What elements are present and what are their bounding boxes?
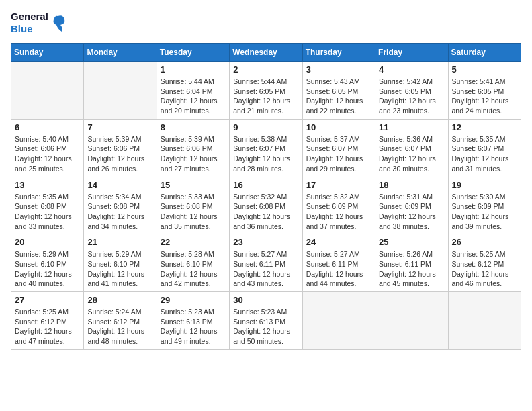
day-number: 20 (15, 237, 80, 247)
day-info: Sunrise: 5:32 AMSunset: 6:09 PMDaylight:… (306, 192, 371, 232)
day-info: Sunrise: 5:29 AMSunset: 6:10 PMDaylight:… (15, 249, 80, 289)
day-info: Sunrise: 5:41 AMSunset: 6:05 PMDaylight:… (452, 77, 517, 116)
weekday-header-cell: Friday (375, 44, 448, 62)
day-number: 12 (452, 122, 517, 132)
day-info: Sunrise: 5:38 AMSunset: 6:07 PMDaylight:… (233, 134, 298, 174)
day-number: 18 (379, 180, 444, 190)
day-number: 1 (161, 64, 226, 75)
day-number: 28 (87, 295, 152, 305)
day-info: Sunrise: 5:25 AMSunset: 6:12 PMDaylight:… (15, 307, 80, 347)
calendar-cell: 10Sunrise: 5:37 AMSunset: 6:07 PMDayligh… (302, 119, 375, 177)
calendar-cell: 22Sunrise: 5:28 AMSunset: 6:10 PMDayligh… (157, 234, 229, 292)
day-info: Sunrise: 5:37 AMSunset: 6:07 PMDaylight:… (306, 134, 371, 174)
day-number: 30 (233, 295, 298, 305)
day-info: Sunrise: 5:23 AMSunset: 6:13 PMDaylight:… (233, 307, 298, 347)
logo-bird-icon (51, 13, 66, 33)
day-number: 16 (233, 180, 298, 190)
calendar-cell: 28Sunrise: 5:24 AMSunset: 6:12 PMDayligh… (84, 292, 157, 350)
day-number: 26 (452, 237, 517, 247)
day-number: 21 (87, 237, 152, 247)
day-info: Sunrise: 5:25 AMSunset: 6:12 PMDaylight:… (452, 249, 517, 289)
day-number: 29 (161, 295, 226, 305)
day-number: 4 (379, 64, 444, 75)
weekday-header-row: SundayMondayTuesdayWednesdayThursdayFrid… (11, 44, 521, 62)
day-number: 24 (306, 237, 371, 247)
calendar-cell: 23Sunrise: 5:27 AMSunset: 6:11 PMDayligh… (230, 234, 302, 292)
day-number: 10 (306, 122, 371, 132)
calendar-table: SundayMondayTuesdayWednesdayThursdayFrid… (11, 43, 521, 350)
calendar-cell: 5Sunrise: 5:41 AMSunset: 6:05 PMDaylight… (448, 62, 521, 120)
day-info: Sunrise: 5:30 AMSunset: 6:09 PMDaylight:… (452, 192, 517, 232)
day-number: 23 (233, 237, 298, 247)
calendar-cell (375, 292, 448, 350)
day-info: Sunrise: 5:44 AMSunset: 6:05 PMDaylight:… (233, 77, 298, 116)
day-info: Sunrise: 5:43 AMSunset: 6:05 PMDaylight:… (306, 77, 371, 116)
logo: GeneralBlue (11, 11, 66, 35)
day-number: 17 (306, 180, 371, 190)
day-info: Sunrise: 5:44 AMSunset: 6:04 PMDaylight:… (161, 77, 226, 116)
day-info: Sunrise: 5:27 AMSunset: 6:11 PMDaylight:… (233, 249, 298, 289)
page-header: GeneralBlue (11, 11, 521, 35)
week-row: 20Sunrise: 5:29 AMSunset: 6:10 PMDayligh… (11, 234, 521, 292)
calendar-cell: 24Sunrise: 5:27 AMSunset: 6:11 PMDayligh… (302, 234, 375, 292)
calendar-cell: 11Sunrise: 5:36 AMSunset: 6:07 PMDayligh… (375, 119, 448, 177)
calendar-cell: 17Sunrise: 5:32 AMSunset: 6:09 PMDayligh… (302, 177, 375, 234)
weekday-header-cell: Monday (84, 44, 157, 62)
weekday-header-cell: Wednesday (230, 44, 302, 62)
day-number: 14 (87, 180, 152, 190)
day-info: Sunrise: 5:26 AMSunset: 6:11 PMDaylight:… (379, 249, 444, 289)
calendar-cell (84, 62, 157, 120)
day-info: Sunrise: 5:42 AMSunset: 6:05 PMDaylight:… (379, 77, 444, 116)
calendar-cell: 7Sunrise: 5:39 AMSunset: 6:06 PMDaylight… (84, 119, 157, 177)
calendar-cell: 12Sunrise: 5:35 AMSunset: 6:07 PMDayligh… (448, 119, 521, 177)
calendar-cell: 6Sunrise: 5:40 AMSunset: 6:06 PMDaylight… (11, 119, 84, 177)
day-number: 22 (161, 237, 226, 247)
calendar-cell: 3Sunrise: 5:43 AMSunset: 6:05 PMDaylight… (302, 62, 375, 120)
day-info: Sunrise: 5:35 AMSunset: 6:07 PMDaylight:… (452, 134, 517, 174)
day-info: Sunrise: 5:39 AMSunset: 6:06 PMDaylight:… (87, 134, 152, 174)
day-info: Sunrise: 5:33 AMSunset: 6:08 PMDaylight:… (161, 192, 226, 232)
day-number: 11 (379, 122, 444, 132)
day-number: 15 (161, 180, 226, 190)
day-number: 13 (15, 180, 80, 190)
day-info: Sunrise: 5:36 AMSunset: 6:07 PMDaylight:… (379, 134, 444, 174)
calendar-cell: 9Sunrise: 5:38 AMSunset: 6:07 PMDaylight… (230, 119, 302, 177)
day-info: Sunrise: 5:28 AMSunset: 6:10 PMDaylight:… (161, 249, 226, 289)
logo-text: GeneralBlue (11, 11, 48, 35)
calendar-cell: 13Sunrise: 5:35 AMSunset: 6:08 PMDayligh… (11, 177, 84, 234)
day-number: 19 (452, 180, 517, 190)
calendar-cell: 15Sunrise: 5:33 AMSunset: 6:08 PMDayligh… (157, 177, 229, 234)
day-number: 9 (233, 122, 298, 132)
day-info: Sunrise: 5:32 AMSunset: 6:08 PMDaylight:… (233, 192, 298, 232)
weekday-header-cell: Thursday (302, 44, 375, 62)
weekday-header-cell: Sunday (11, 44, 84, 62)
day-info: Sunrise: 5:31 AMSunset: 6:09 PMDaylight:… (379, 192, 444, 232)
calendar-cell: 1Sunrise: 5:44 AMSunset: 6:04 PMDaylight… (157, 62, 229, 120)
week-row: 6Sunrise: 5:40 AMSunset: 6:06 PMDaylight… (11, 119, 521, 177)
day-number: 3 (306, 64, 371, 75)
calendar-cell: 27Sunrise: 5:25 AMSunset: 6:12 PMDayligh… (11, 292, 84, 350)
calendar-cell: 29Sunrise: 5:23 AMSunset: 6:13 PMDayligh… (157, 292, 229, 350)
day-number: 25 (379, 237, 444, 247)
day-info: Sunrise: 5:27 AMSunset: 6:11 PMDaylight:… (306, 249, 371, 289)
day-info: Sunrise: 5:39 AMSunset: 6:06 PMDaylight:… (161, 134, 226, 174)
calendar-cell: 26Sunrise: 5:25 AMSunset: 6:12 PMDayligh… (448, 234, 521, 292)
calendar-cell: 16Sunrise: 5:32 AMSunset: 6:08 PMDayligh… (230, 177, 302, 234)
calendar-cell (448, 292, 521, 350)
day-info: Sunrise: 5:35 AMSunset: 6:08 PMDaylight:… (15, 192, 80, 232)
week-row: 27Sunrise: 5:25 AMSunset: 6:12 PMDayligh… (11, 292, 521, 350)
day-number: 2 (233, 64, 298, 75)
calendar-cell: 21Sunrise: 5:29 AMSunset: 6:10 PMDayligh… (84, 234, 157, 292)
day-info: Sunrise: 5:34 AMSunset: 6:08 PMDaylight:… (87, 192, 152, 232)
weekday-header-cell: Tuesday (157, 44, 229, 62)
day-info: Sunrise: 5:40 AMSunset: 6:06 PMDaylight:… (15, 134, 80, 174)
calendar-cell: 2Sunrise: 5:44 AMSunset: 6:05 PMDaylight… (230, 62, 302, 120)
calendar-cell (11, 62, 84, 120)
calendar-cell: 30Sunrise: 5:23 AMSunset: 6:13 PMDayligh… (230, 292, 302, 350)
day-info: Sunrise: 5:29 AMSunset: 6:10 PMDaylight:… (87, 249, 152, 289)
calendar-cell: 25Sunrise: 5:26 AMSunset: 6:11 PMDayligh… (375, 234, 448, 292)
week-row: 13Sunrise: 5:35 AMSunset: 6:08 PMDayligh… (11, 177, 521, 234)
calendar-cell: 20Sunrise: 5:29 AMSunset: 6:10 PMDayligh… (11, 234, 84, 292)
calendar-cell: 8Sunrise: 5:39 AMSunset: 6:06 PMDaylight… (157, 119, 229, 177)
calendar-cell (302, 292, 375, 350)
